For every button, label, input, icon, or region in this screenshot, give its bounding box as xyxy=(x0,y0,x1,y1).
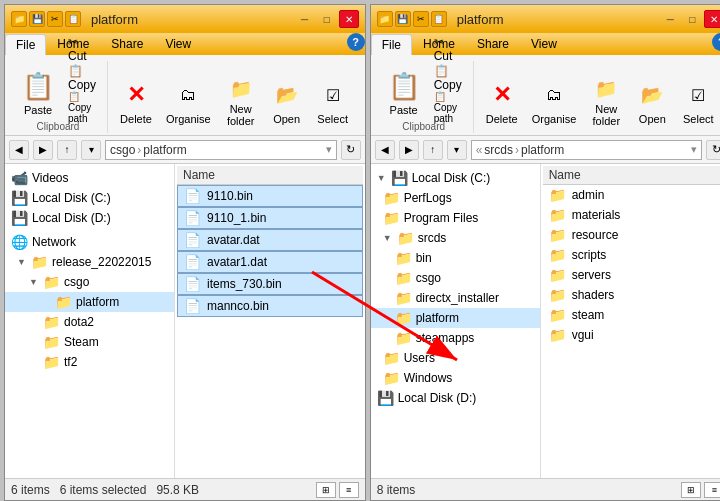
right-list-view-btn[interactable]: ≡ xyxy=(704,482,720,498)
left-cut-btn[interactable]: ✂ Cut xyxy=(63,35,101,63)
right-tab-share[interactable]: Share xyxy=(466,33,520,55)
right-sidebar-windows[interactable]: 📁 Windows xyxy=(371,368,540,388)
left-sidebar-steam[interactable]: 📁 Steam xyxy=(5,332,174,352)
right-sidebar-srcds-expand[interactable]: ▼ xyxy=(383,233,393,243)
left-organise-btn[interactable]: 🗂 Organise xyxy=(160,73,217,131)
left-select-label: Select xyxy=(317,113,348,125)
left-sidebar-videos[interactable]: 📹 Videos xyxy=(5,168,174,188)
right-tab-view[interactable]: View xyxy=(520,33,568,55)
left-forward-btn[interactable]: ▶ xyxy=(33,140,53,160)
left-new-btn[interactable]: 📁 Newfolder xyxy=(219,73,263,131)
right-up-btn[interactable]: ↑ xyxy=(423,140,443,160)
right-sidebar-programfiles[interactable]: 📁 Program Files xyxy=(371,208,540,228)
left-sidebar-csgo-expand[interactable]: ▼ xyxy=(29,277,39,287)
left-tab-share[interactable]: Share xyxy=(100,33,154,55)
left-help-btn[interactable]: ? xyxy=(347,33,365,51)
left-up-btn[interactable]: ↑ xyxy=(57,140,77,160)
left-select-btn[interactable]: ☑ Select xyxy=(311,73,355,131)
left-path-platform[interactable]: platform xyxy=(143,143,186,157)
left-sidebar-release[interactable]: ▼ 📁 release_22022015 xyxy=(5,252,174,272)
right-sidebar-csgo[interactable]: 📁 csgo xyxy=(371,268,540,288)
right-sidebar-locald[interactable]: 💾 Local Disk (D:) xyxy=(371,388,540,408)
left-sidebar-csgo[interactable]: ▼ 📁 csgo xyxy=(5,272,174,292)
right-file-vgui[interactable]: 📁 vgui xyxy=(543,325,720,345)
right-sidebar-perflogs[interactable]: 📁 PerfLogs xyxy=(371,188,540,208)
right-close-btn[interactable]: ✕ xyxy=(704,10,720,28)
left-file-avatar1dat[interactable]: 📄 avatar1.dat xyxy=(177,251,363,273)
right-help-btn[interactable]: ? xyxy=(712,33,720,51)
left-refresh-btn[interactable]: ↻ xyxy=(341,140,361,160)
right-file-steam[interactable]: 📁 steam xyxy=(543,305,720,325)
left-sidebar-network[interactable]: 🌐 Network xyxy=(5,228,174,252)
left-open-btn[interactable]: 📂 Open xyxy=(265,73,309,131)
left-close-btn[interactable]: ✕ xyxy=(339,10,359,28)
right-sidebar-bin[interactable]: 📁 bin xyxy=(371,248,540,268)
left-paste-path-btn[interactable]: 📋 Copy path xyxy=(63,93,101,121)
right-maximize-btn[interactable]: □ xyxy=(682,10,702,28)
left-sidebar-dota2[interactable]: 📁 dota2 xyxy=(5,312,174,332)
right-file-materials[interactable]: 📁 materials xyxy=(543,205,720,225)
left-sidebar-locald[interactable]: 💾 Local Disk (D:) xyxy=(5,208,174,228)
left-file-avatardat-name: avatar.dat xyxy=(207,233,260,247)
left-dropdown-nav-btn[interactable]: ▾ xyxy=(81,140,101,160)
left-file-items730bin[interactable]: 📄 items_730.bin xyxy=(177,273,363,295)
left-sidebar-tf2[interactable]: 📁 tf2 xyxy=(5,352,174,372)
right-path-platform[interactable]: platform xyxy=(521,143,564,157)
right-sidebar-directx[interactable]: 📁 directx_installer xyxy=(371,288,540,308)
left-list-view-btn[interactable]: ≡ xyxy=(339,482,359,498)
left-tab-view[interactable]: View xyxy=(154,33,202,55)
left-minimize-btn[interactable]: ─ xyxy=(295,10,315,28)
right-address-path[interactable]: « srcds › platform ▾ xyxy=(471,140,703,160)
left-maximize-btn[interactable]: □ xyxy=(317,10,337,28)
right-sidebar-localc[interactable]: ▼ 💾 Local Disk (C:) xyxy=(371,168,540,188)
right-open-btn[interactable]: 📂 Open xyxy=(630,73,674,131)
right-sidebar-localc-expand[interactable]: ▼ xyxy=(377,173,387,183)
left-file-manncobin[interactable]: 📄 mannco.bin xyxy=(177,295,363,317)
right-sidebar-srcds[interactable]: ▼ 📁 srcds xyxy=(371,228,540,248)
left-file-avatardat[interactable]: 📄 avatar.dat xyxy=(177,229,363,251)
right-grid-view-btn[interactable]: ⊞ xyxy=(681,482,701,498)
right-refresh-btn[interactable]: ↻ xyxy=(706,140,720,160)
right-sidebar-platform[interactable]: 📁 platform xyxy=(371,308,540,328)
left-back-btn[interactable]: ◀ xyxy=(9,140,29,160)
left-address-path[interactable]: csgo › platform ▾ xyxy=(105,140,337,160)
right-file-shaders[interactable]: 📁 shaders xyxy=(543,285,720,305)
left-sidebar-platform[interactable]: 📁 platform xyxy=(5,292,174,312)
right-paste-path-btn[interactable]: 📋 Copy path xyxy=(429,93,467,121)
right-file-resource[interactable]: 📁 resource xyxy=(543,225,720,245)
right-tab-file[interactable]: File xyxy=(371,34,412,55)
left-grid-view-btn[interactable]: ⊞ xyxy=(316,482,336,498)
right-copy-btn[interactable]: 📋 Copy xyxy=(429,64,467,92)
right-path-srcds[interactable]: srcds xyxy=(484,143,513,157)
right-cut-btn[interactable]: ✂ Cut xyxy=(429,35,467,63)
right-organise-btn[interactable]: 🗂 Organise xyxy=(526,73,583,131)
left-paste-btn[interactable]: 📋 Paste xyxy=(15,63,61,121)
right-dropdown-nav-btn[interactable]: ▾ xyxy=(447,140,467,160)
left-sidebar-release-icon: 📁 xyxy=(31,254,48,270)
right-new-btn[interactable]: 📁 Newfolder xyxy=(584,73,628,131)
right-back-btn[interactable]: ◀ xyxy=(375,140,395,160)
left-file-header: Name xyxy=(177,166,363,185)
right-file-admin[interactable]: 📁 admin xyxy=(543,185,720,205)
left-tab-file[interactable]: File xyxy=(5,34,46,55)
right-file-scripts[interactable]: 📁 scripts xyxy=(543,245,720,265)
left-status-bar: 6 items 6 items selected 95.8 KB ⊞ ≡ xyxy=(5,478,365,500)
right-paste-btn[interactable]: 📋 Paste xyxy=(381,63,427,121)
left-copy-btn[interactable]: 📋 Copy xyxy=(63,64,101,92)
left-path-csgo[interactable]: csgo xyxy=(110,143,135,157)
right-forward-btn[interactable]: ▶ xyxy=(399,140,419,160)
left-file-9110bin[interactable]: 📄 9110.bin xyxy=(177,185,363,207)
right-copy-icon: 📋 Copy xyxy=(434,64,462,92)
right-minimize-btn[interactable]: ─ xyxy=(660,10,680,28)
left-file-9110_1bin[interactable]: 📄 9110_1.bin xyxy=(177,207,363,229)
left-path-dropdown[interactable]: ▾ xyxy=(326,143,332,156)
right-path-dropdown[interactable]: ▾ xyxy=(691,143,697,156)
left-delete-btn[interactable]: ✕ Delete xyxy=(114,73,158,131)
left-sidebar-release-expand[interactable]: ▼ xyxy=(17,257,27,267)
right-sidebar-users[interactable]: 📁 Users xyxy=(371,348,540,368)
right-select-btn[interactable]: ☑ Select xyxy=(676,73,720,131)
right-file-servers[interactable]: 📁 servers xyxy=(543,265,720,285)
left-sidebar-localc[interactable]: 💾 Local Disk (C:) xyxy=(5,188,174,208)
right-delete-btn[interactable]: ✕ Delete xyxy=(480,73,524,131)
right-sidebar-steamapps[interactable]: 📁 steamapps xyxy=(371,328,540,348)
